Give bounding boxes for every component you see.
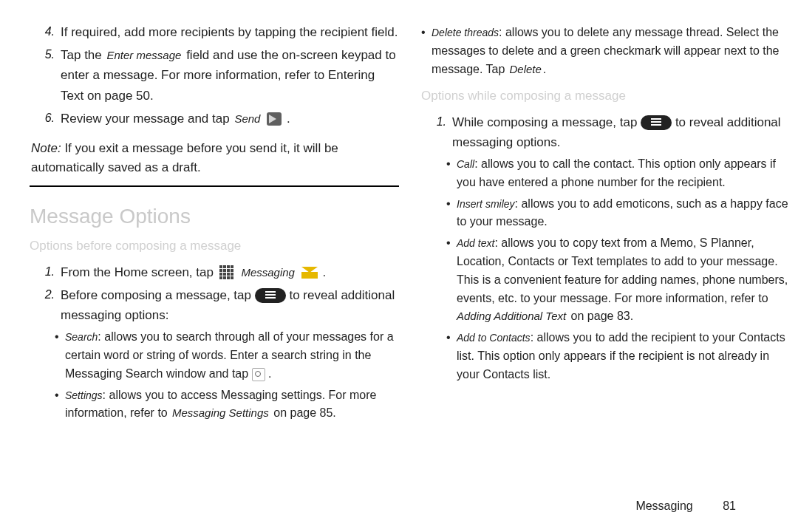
page-number: 81 (723, 499, 736, 512)
bullet-delete-threads: Delete threads: allows you to delete any… (421, 24, 791, 78)
bullet-add-text: Add text: allows you to copy text from a… (446, 234, 791, 326)
send-icon (267, 112, 282, 126)
step-body: If required, add more recipients by tapp… (61, 22, 399, 42)
term-enter-message: Enter message (106, 49, 183, 61)
step-number: 1. (421, 112, 452, 152)
divider (30, 185, 399, 187)
bullet-list-right: Call: allows you to call the contact. Th… (421, 155, 791, 384)
note-label: Note: (31, 141, 61, 155)
note: Note: If you exit a message before you s… (30, 139, 399, 178)
steps-right: 1. While composing a message, tap to rev… (421, 112, 791, 152)
step-body: From the Home screen, tap Messaging . (61, 262, 399, 282)
step-body: Tap the Enter message field and use the … (61, 45, 399, 106)
bullet-call: Call: allows you to call the contact. Th… (446, 155, 791, 192)
step-body: Review your message and tap Send . (61, 109, 399, 129)
menu-button-icon (255, 288, 286, 303)
left-column: 4. If required, add more recipients by t… (30, 22, 414, 525)
menu-button-icon (641, 115, 672, 130)
step-number: 6. (30, 109, 61, 129)
bullet-settings: Settings: allows you to access Messaging… (55, 386, 399, 423)
step-number: 1. (30, 262, 61, 282)
note-text: If you exit a message before you send it… (31, 141, 338, 174)
section-title: Message Options (30, 200, 399, 233)
step-number: 2. (30, 285, 61, 325)
bullet-list-left: Search: allows you to search through all… (30, 328, 399, 423)
term-messaging: Messaging (239, 266, 296, 279)
step-body: Before composing a message, tap to revea… (61, 285, 399, 325)
right-column: Delete threads: allows you to delete any… (414, 22, 791, 525)
bullet-add-contacts: Add to Contacts: allows you to add the r… (446, 329, 791, 383)
steps-top: 4. If required, add more recipients by t… (30, 22, 399, 129)
bullet-insert-smiley: Insert smiley: allows you to add emotico… (446, 195, 791, 232)
step-body: While composing a message, tap to reveal… (452, 112, 791, 152)
steps-options: 1. From the Home screen, tap Messaging .… (30, 262, 399, 326)
footer: Messaging 81 (635, 499, 736, 513)
apps-icon (219, 265, 235, 281)
step-number: 5. (30, 45, 61, 106)
messaging-icon (301, 267, 318, 279)
step-number: 4. (30, 22, 61, 42)
bullet-search: Search: allows you to search through all… (55, 328, 399, 383)
sub-title-right: Options while composing a message (421, 86, 791, 106)
footer-section: Messaging (635, 499, 692, 512)
sub-title: Options before composing a message (30, 236, 399, 256)
search-icon (252, 368, 265, 381)
bullet-list-top-right: Delete threads: allows you to delete any… (421, 24, 791, 78)
